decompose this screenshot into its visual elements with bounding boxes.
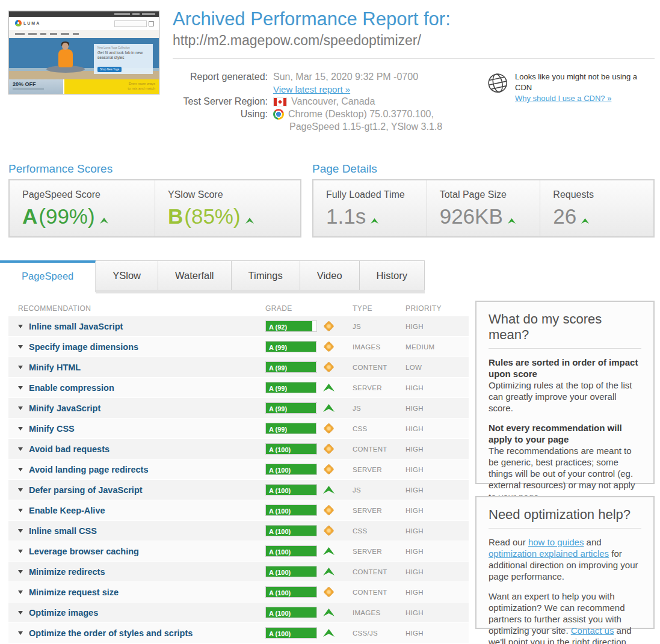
expand-arrow-icon[interactable] — [18, 447, 23, 451]
recommendation-label[interactable]: Specify image dimensions — [29, 342, 138, 352]
table-row[interactable]: Minimize request sizeA (100)CONTENTHIGH — [8, 582, 469, 602]
tab-timings[interactable]: Timings — [232, 260, 300, 290]
expand-arrow-icon[interactable] — [18, 550, 23, 553]
optimization-help-box: Need optimization help? Read our how to … — [475, 496, 655, 629]
table-row[interactable]: Defer parsing of JavaScriptA (100)JSHIGH — [8, 480, 469, 500]
expand-arrow-icon[interactable] — [18, 345, 23, 349]
expand-arrow-icon[interactable] — [18, 488, 23, 492]
how-to-guides-link[interactable]: how to guides — [528, 537, 584, 547]
total-page-size-value: 926KB — [440, 204, 503, 228]
explainer-p1-text: Optimizing rules at the top of the list … — [489, 380, 632, 413]
expand-arrow-icon[interactable] — [18, 325, 23, 328]
expand-arrow-icon[interactable] — [18, 427, 23, 431]
grade-bar: A (100) — [265, 566, 317, 577]
tab-waterfall[interactable]: Waterfall — [158, 260, 232, 290]
fully-loaded-time-value: 1.1s — [326, 204, 366, 228]
grade-bar: A (100) — [265, 443, 317, 455]
grade-label: A (100) — [266, 548, 291, 556]
recommendation-label[interactable]: Inline small JavaScript — [29, 322, 123, 331]
type-cell: CONTENT — [353, 568, 406, 575]
view-latest-report-link[interactable]: View latest report » — [273, 84, 350, 94]
optimization-articles-link[interactable]: optimization explained articles — [489, 548, 609, 559]
tab-pagespeed[interactable]: PageSpeed — [0, 260, 96, 292]
recommendation-label[interactable]: Leverage browser caching — [29, 547, 139, 556]
type-cell: CONTENT — [353, 589, 406, 596]
grade-cell: A (100) — [265, 607, 353, 618]
expand-arrow-icon[interactable] — [18, 529, 23, 533]
recommendation-label[interactable]: Avoid landing page redirects — [29, 465, 148, 474]
recommendation-cell: Specify image dimensions — [8, 342, 265, 352]
recommendation-label[interactable]: Minify JavaScript — [29, 403, 100, 413]
expand-arrow-icon[interactable] — [18, 570, 23, 574]
explainer-p2-bold: Not every recommendation will apply to y… — [489, 423, 622, 444]
thumb-figure — [62, 43, 69, 50]
recommendation-label[interactable]: Minimize request size — [29, 587, 119, 597]
metric-change-up-icon — [371, 205, 378, 229]
recommendation-label[interactable]: Minimize redirects — [29, 567, 105, 577]
tab-bar: PageSpeedYSlowWaterfallTimingsVideoHisto… — [0, 260, 425, 290]
recommendation-cell: Avoid landing page redirects — [8, 465, 265, 474]
expand-arrow-icon[interactable] — [18, 611, 23, 615]
page-title: Archived Performance Report for: — [173, 8, 655, 30]
table-row[interactable]: Enable Keep-AliveA (100)SERVERHIGH — [8, 500, 469, 520]
table-row[interactable]: Avoid bad requestsA (100)CONTENTHIGH — [8, 439, 469, 459]
luma-logo: LUMA — [15, 20, 40, 26]
contact-us-link[interactable]: Contact us — [571, 625, 614, 636]
table-row[interactable]: Inline small JavaScriptA (92)JSHIGH — [8, 316, 469, 336]
table-row[interactable]: Avoid landing page redirectsA (100)SERVE… — [8, 459, 469, 479]
pagespeed-grade: A — [22, 204, 37, 228]
type-cell: CSS — [353, 527, 406, 535]
expand-arrow-icon[interactable] — [18, 509, 23, 512]
recommendations-body: Inline small JavaScriptA (92)JSHIGHSpeci… — [8, 316, 469, 643]
priority-cell: HIGH — [406, 527, 469, 535]
grade-cell: A (100) — [265, 464, 353, 475]
up-arrow-icon — [322, 486, 335, 494]
expand-arrow-icon[interactable] — [18, 406, 23, 410]
warning-diamond-icon — [322, 507, 335, 514]
table-row[interactable]: Minimize redirectsA (100)CONTENTHIGH — [8, 562, 469, 581]
expand-arrow-icon[interactable] — [18, 590, 23, 594]
recommendation-label[interactable]: Defer parsing of JavaScript — [29, 485, 143, 495]
table-row[interactable]: Minify JavaScriptA (99)JSHIGH — [8, 398, 469, 418]
tab-history[interactable]: History — [360, 260, 425, 290]
grade-bar: A (100) — [265, 525, 317, 536]
table-row[interactable]: Enable compressionA (99)SERVERHIGH — [8, 378, 469, 397]
table-row[interactable]: Minify CSSA (99)CSSHIGH — [8, 419, 469, 438]
recommendation-label[interactable]: Enable compression — [29, 383, 114, 393]
tab-video[interactable]: Video — [300, 260, 360, 290]
recommendation-label[interactable]: Optimize the order of styles and scripts — [29, 628, 193, 638]
grade-cell: A (99) — [265, 423, 353, 434]
table-row[interactable]: Inline small CSSA (100)CSSHIGH — [8, 521, 469, 541]
warning-diamond-icon — [322, 466, 335, 473]
tab-yslow[interactable]: YSlow — [96, 260, 158, 290]
grade-bar: A (99) — [265, 341, 317, 352]
grade-label: A (100) — [266, 569, 291, 576]
table-row[interactable]: Optimize the order of styles and scripts… — [8, 623, 469, 643]
recommendation-label[interactable]: Minify HTML — [29, 363, 81, 372]
recommendation-label[interactable]: Avoid bad requests — [29, 444, 109, 454]
grade-cell: A (99) — [265, 382, 353, 393]
table-row[interactable]: Leverage browser cachingA (100)SERVERHIG… — [8, 541, 469, 561]
divider — [173, 58, 655, 59]
grade-label: A (100) — [266, 589, 291, 596]
recommendation-label[interactable]: Inline small CSS — [29, 526, 97, 536]
table-row[interactable]: Minify HTMLA (99)CONTENTLOW — [8, 357, 469, 377]
type-cell: CSS/JS — [353, 630, 406, 637]
recommendation-cell: Enable Keep-Alive — [8, 506, 265, 515]
score-change-up-icon — [245, 205, 254, 229]
recommendation-cell: Avoid bad requests — [8, 444, 265, 454]
expand-arrow-icon[interactable] — [18, 468, 23, 471]
expand-arrow-icon[interactable] — [18, 366, 23, 369]
grade-cell: A (92) — [265, 320, 353, 332]
cdn-why-link[interactable]: Why should I use a CDN? » — [515, 94, 611, 103]
expand-arrow-icon[interactable] — [18, 386, 23, 390]
table-row[interactable]: Optimize imagesA (100)IMAGESHIGH — [8, 603, 469, 622]
up-arrow-icon — [322, 547, 335, 556]
priority-cell: HIGH — [406, 425, 469, 432]
expand-arrow-icon[interactable] — [18, 631, 23, 635]
recommendation-label[interactable]: Optimize images — [29, 608, 98, 618]
recommendation-label[interactable]: Enable Keep-Alive — [29, 506, 105, 515]
requests-value: 26 — [553, 204, 576, 228]
table-row[interactable]: Specify image dimensionsA (99)IMAGESMEDI… — [8, 337, 469, 357]
recommendation-label[interactable]: Minify CSS — [29, 424, 75, 434]
